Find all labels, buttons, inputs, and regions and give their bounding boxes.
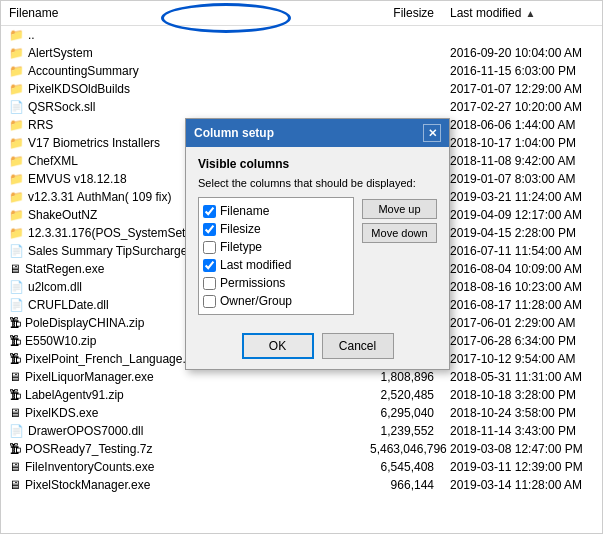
file-lastmod-cell: 2017-06-01 2:29:00 AM	[442, 315, 602, 331]
file-lastmod-cell: 2019-04-15 2:28:00 PM	[442, 225, 602, 241]
file-lastmod-cell: 2018-06-06 1:44:00 AM	[442, 117, 602, 133]
table-row[interactable]: 📁 AccountingSummary 2016-11-15 6:03:00 P…	[1, 62, 602, 80]
file-lastmod-cell: 2017-01-07 12:29:00 AM	[442, 81, 602, 97]
file-name-label: PixelLiquorManager.exe	[25, 370, 154, 384]
file-lastmod-cell: 2019-03-21 11:24:00 AM	[442, 189, 602, 205]
table-row[interactable]: 🖥 PixelKDS.exe 6,295,040 2018-10-24 3:58…	[1, 404, 602, 422]
file-name-cell: 📁 ShakeOutNZ	[1, 207, 201, 223]
table-row[interactable]: 🖥 PixelStockManager.exe 966,144 2019-03-…	[1, 476, 602, 494]
column-checkbox[interactable]	[203, 241, 216, 254]
file-name-cell: 🖥 FileInventoryCounts.exe	[1, 459, 201, 475]
file-size-cell: 966,144	[362, 477, 442, 493]
file-name-label: PixelStockManager.exe	[25, 478, 150, 492]
move-up-button[interactable]: Move up	[362, 199, 437, 219]
table-row[interactable]: 📄 DrawerOPOS7000.dll 1,239,552 2018-11-1…	[1, 422, 602, 440]
file-name-label: RRS	[28, 118, 53, 132]
columns-and-buttons: FilenameFilesizeFiletypeLast modifiedPer…	[198, 197, 437, 315]
file-name-cell: 📁 ..	[1, 27, 201, 43]
file-name-cell: 🖥 PixelStockManager.exe	[1, 477, 201, 493]
file-size-cell	[362, 34, 442, 36]
file-type-icon: 📄	[9, 298, 24, 312]
file-size-cell	[362, 106, 442, 108]
file-name-cell: 📄 CRUFLDate.dll	[1, 297, 201, 313]
file-lastmod-cell: 2019-04-09 12:17:00 AM	[442, 207, 602, 223]
column-header-filesize[interactable]: Filesize	[362, 3, 442, 23]
file-name-label: AlertSystem	[28, 46, 93, 60]
file-name-label: PixelPoint_French_Language.zip	[25, 352, 201, 366]
table-row[interactable]: 📁 AlertSystem 2016-09-20 10:04:00 AM	[1, 44, 602, 62]
file-name-cell: 📁 EMVUS v18.12.18	[1, 171, 201, 187]
file-name-label: CRUFLDate.dll	[28, 298, 109, 312]
file-name-cell: 🖥 PixelKDS.exe	[1, 405, 201, 421]
file-name-cell: 🖥 PixelLiquorManager.exe	[1, 369, 201, 385]
file-size-cell: 6,545,408	[362, 459, 442, 475]
file-lastmod-cell	[442, 34, 602, 36]
file-lastmod-cell: 2016-08-17 11:28:00 AM	[442, 297, 602, 313]
column-checkbox-label: Owner/Group	[220, 294, 292, 308]
ok-button[interactable]: OK	[242, 333, 314, 359]
file-name-label: 12.3.31.176(POS_SystemSet)	[28, 226, 189, 240]
list-item: Owner/Group	[203, 292, 349, 310]
table-row[interactable]: 📁 ..	[1, 26, 602, 44]
dialog-close-button[interactable]: ✕	[423, 124, 441, 142]
column-checkbox[interactable]	[203, 259, 216, 272]
file-type-icon: 📄	[9, 244, 24, 258]
table-row[interactable]: 🖥 FileInventoryCounts.exe 6,545,408 2019…	[1, 458, 602, 476]
file-size-cell: 6,295,040	[362, 405, 442, 421]
file-type-icon: 📄	[9, 280, 24, 294]
file-name-cell: 🖥 StatRegen.exe	[1, 261, 201, 277]
file-type-icon: 🖥	[9, 478, 21, 492]
list-item: Last modified	[203, 256, 349, 274]
file-lastmod-cell: 2019-03-11 12:39:00 PM	[442, 459, 602, 475]
file-lastmod-cell: 2017-10-12 9:54:00 AM	[442, 351, 602, 367]
table-row[interactable]: 🗜 POSReady7_Testing.7z 5,463,046,796 201…	[1, 440, 602, 458]
file-type-icon: 🗜	[9, 316, 21, 330]
visible-columns-label: Visible columns	[198, 157, 437, 171]
cancel-button[interactable]: Cancel	[322, 333, 394, 359]
checkbox-list: FilenameFilesizeFiletypeLast modifiedPer…	[198, 197, 354, 315]
table-row[interactable]: 📁 PixelKDSOldBuilds 2017-01-07 12:29:00 …	[1, 80, 602, 98]
file-lastmod-cell: 2016-09-20 10:04:00 AM	[442, 45, 602, 61]
file-type-icon: 📁	[9, 136, 24, 150]
column-checkbox-label: Permissions	[220, 276, 285, 290]
column-setup-dialog: Column setup ✕ Visible columns Select th…	[185, 118, 450, 370]
file-name-label: PixelKDSOldBuilds	[28, 82, 130, 96]
table-row[interactable]: 🖥 PixelLiquorManager.exe 1,808,896 2018-…	[1, 368, 602, 386]
table-row[interactable]: 🗜 LabelAgentv91.zip 2,520,485 2018-10-18…	[1, 386, 602, 404]
list-item: Filename	[203, 202, 349, 220]
file-lastmod-cell: 2018-11-08 9:42:00 AM	[442, 153, 602, 169]
file-type-icon: 📁	[9, 64, 24, 78]
file-type-icon: 🖥	[9, 370, 21, 384]
column-header-filename[interactable]: Filename	[1, 3, 201, 23]
column-checkbox[interactable]	[203, 223, 216, 236]
move-down-button[interactable]: Move down	[362, 223, 437, 243]
file-size-cell: 1,239,552	[362, 423, 442, 439]
file-lastmod-cell: 2019-01-07 8:03:00 AM	[442, 171, 602, 187]
file-name-cell: 📁 RRS	[1, 117, 201, 133]
file-name-cell: 📁 12.3.31.176(POS_SystemSet)	[1, 225, 201, 241]
file-name-label: Sales Summary TipSurcharge (	[28, 244, 195, 258]
file-name-label: FileInventoryCounts.exe	[25, 460, 154, 474]
column-header-lastmod[interactable]: Last modified ▲	[442, 3, 602, 23]
file-type-icon: 📁	[9, 190, 24, 204]
file-name-cell: 🗜 LabelAgentv91.zip	[1, 387, 201, 403]
file-name-label: StatRegen.exe	[25, 262, 104, 276]
lastmod-col-label: Last modified	[450, 6, 521, 20]
file-name-label: v12.3.31 AuthMan( 109 fix)	[28, 190, 171, 204]
file-name-label: LabelAgentv91.zip	[25, 388, 124, 402]
table-row[interactable]: 📄 QSRSock.sll 2017-02-27 10:20:00 AM	[1, 98, 602, 116]
file-name-cell: 📄 Sales Summary TipSurcharge (	[1, 243, 201, 259]
file-name-cell: 🗜 PoleDisplayCHINA.zip	[1, 315, 201, 331]
column-checkbox[interactable]	[203, 205, 216, 218]
move-buttons: Move up Move down	[362, 197, 437, 315]
file-type-icon: 📄	[9, 424, 24, 438]
file-name-cell: 📁 V17 Biometrics Installers	[1, 135, 201, 151]
column-checkbox[interactable]	[203, 277, 216, 290]
column-checkbox[interactable]	[203, 295, 216, 308]
file-type-icon: 🗜	[9, 388, 21, 402]
file-name-label: POSReady7_Testing.7z	[25, 442, 152, 456]
file-type-icon: 🖥	[9, 406, 21, 420]
column-checkbox-label: Filetype	[220, 240, 262, 254]
file-lastmod-cell: 2016-11-15 6:03:00 PM	[442, 63, 602, 79]
file-name-cell: 📄 u2lcom.dll	[1, 279, 201, 295]
